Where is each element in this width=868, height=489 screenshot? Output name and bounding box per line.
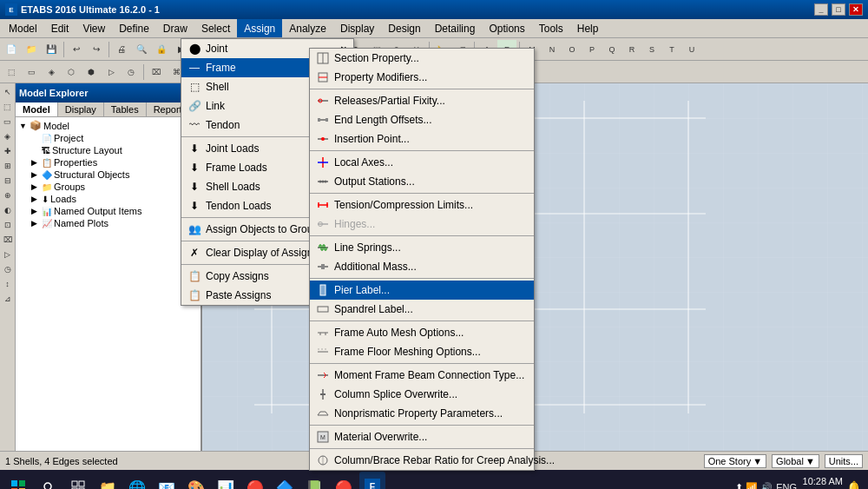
- frame-output-stations[interactable]: Output Stations...: [310, 172, 534, 191]
- tray-clock[interactable]: 10:28 AM 1/26/2019: [800, 475, 843, 489]
- t2-8[interactable]: ⌧: [147, 63, 166, 82]
- t2-2[interactable]: ▭: [22, 63, 41, 82]
- menu-tools[interactable]: Tools: [532, 19, 570, 37]
- menu-draw[interactable]: Draw: [156, 19, 194, 37]
- taskbar-app5[interactable]: 📊: [212, 472, 240, 489]
- more7[interactable]: S: [642, 40, 661, 59]
- left-15[interactable]: ⊿: [1, 292, 15, 306]
- left-7[interactable]: ⊟: [1, 174, 15, 188]
- units-dropdown[interactable]: Units...: [825, 454, 863, 468]
- taskbar-explorer[interactable]: 📁: [94, 472, 122, 489]
- menu-design[interactable]: Design: [381, 19, 427, 37]
- frame-auto-mesh[interactable]: Frame Auto Mesh Options...: [310, 323, 534, 342]
- frame-spandrel-label[interactable]: Spandrel Label...: [310, 300, 534, 319]
- frame-moment-connection[interactable]: Moment Frame Beam Connection Type...: [310, 366, 534, 385]
- global-dropdown[interactable]: Global ▼: [772, 454, 819, 468]
- taskbar-etabs-active[interactable]: E: [359, 472, 385, 489]
- more9[interactable]: U: [682, 40, 701, 59]
- frame-rebar-ratio[interactable]: Column/Brace Rebar Ratio for Creep Analy…: [310, 451, 534, 470]
- frame-floor-meshing[interactable]: Frame Floor Meshing Options...: [310, 342, 534, 361]
- tree-model-root[interactable]: ▼ 📦 Model: [17, 119, 199, 132]
- more2[interactable]: N: [542, 40, 562, 59]
- taskbar-app9[interactable]: 🔴: [330, 472, 358, 489]
- lock-button[interactable]: 🔒: [152, 40, 171, 59]
- frame-property-modifiers[interactable]: Property Modifiers...: [310, 68, 534, 87]
- tree-groups[interactable]: ▶ 📁 Groups: [30, 181, 199, 193]
- taskbar-chrome[interactable]: 🌐: [123, 472, 151, 489]
- t2-7[interactable]: ◷: [122, 63, 141, 82]
- left-2[interactable]: ⬚: [1, 100, 15, 114]
- frame-nonprismatic[interactable]: Nonprismatic Property Parameters...: [310, 404, 534, 423]
- minimize-button[interactable]: _: [814, 3, 828, 16]
- frame-material-overwrite[interactable]: M Material Overwrite...: [310, 427, 534, 446]
- frame-section-property[interactable]: Section Property...: [310, 49, 534, 68]
- notifications-icon[interactable]: 🔔: [846, 480, 861, 489]
- left-13[interactable]: ◷: [1, 262, 15, 276]
- menu-detailing[interactable]: Detailing: [428, 19, 483, 37]
- frame-pier-label[interactable]: Pier Label...: [310, 281, 534, 300]
- start-button[interactable]: [3, 472, 33, 489]
- left-1[interactable]: ↖: [1, 85, 15, 99]
- left-14[interactable]: ↕: [1, 277, 15, 291]
- frame-insertion-point[interactable]: Insertion Point...: [310, 129, 534, 149]
- story-dropdown[interactable]: One Story ▼: [704, 454, 766, 468]
- tree-loads[interactable]: ▶ ⬇ Loads: [30, 193, 199, 205]
- more5[interactable]: Q: [602, 40, 621, 59]
- menu-display[interactable]: Display: [333, 19, 381, 37]
- window-controls[interactable]: _ □ ✕: [814, 3, 863, 16]
- frame-column-splice[interactable]: Column Splice Overwrite...: [310, 385, 534, 404]
- close-button[interactable]: ✕: [849, 3, 863, 16]
- frame-local-axes[interactable]: Local Axes...: [310, 153, 534, 172]
- menu-options[interactable]: Options: [482, 19, 531, 37]
- t2-4[interactable]: ⬡: [62, 63, 81, 82]
- frame-tension-limits[interactable]: Tension/Compression Limits...: [310, 195, 534, 215]
- taskbar-app4[interactable]: 🎨: [182, 472, 210, 489]
- menu-help[interactable]: Help: [570, 19, 606, 37]
- frame-hinges[interactable]: Hinges...: [310, 215, 534, 234]
- maximize-button[interactable]: □: [832, 3, 845, 16]
- frame-releases[interactable]: Releases/Partial Fixity...: [310, 91, 534, 110]
- open-button[interactable]: 📁: [22, 40, 41, 59]
- taskbar-app7[interactable]: 🔷: [271, 472, 299, 489]
- menu-view[interactable]: View: [76, 19, 112, 37]
- left-11[interactable]: ⌧: [1, 233, 15, 247]
- left-9[interactable]: ◐: [1, 203, 15, 217]
- tab-model[interactable]: Model: [16, 102, 58, 116]
- task-view[interactable]: [64, 472, 92, 489]
- t2-5[interactable]: ⬢: [82, 63, 101, 82]
- tab-tables[interactable]: Tables: [104, 102, 147, 116]
- left-12[interactable]: ▷: [1, 248, 15, 261]
- more6[interactable]: R: [622, 40, 641, 59]
- left-8[interactable]: ⊕: [1, 188, 15, 202]
- frame-end-offsets[interactable]: End Length Offsets...: [310, 110, 534, 129]
- tree-structural-objects[interactable]: ▶ 🔷 Structural Objects: [30, 169, 199, 181]
- left-4[interactable]: ◈: [1, 129, 15, 143]
- tree-project[interactable]: 📄 Project: [30, 132, 199, 144]
- tree-structure-layout[interactable]: 🏗 Structure Layout: [30, 144, 199, 156]
- undo-button[interactable]: ↩: [67, 40, 86, 59]
- tab-display[interactable]: Display: [58, 102, 104, 116]
- left-6[interactable]: ⊞: [1, 159, 15, 173]
- menu-model[interactable]: Model: [2, 19, 44, 37]
- left-5[interactable]: ✚: [1, 144, 15, 158]
- more8[interactable]: T: [662, 40, 681, 59]
- taskbar-app6[interactable]: 🔴: [241, 472, 269, 489]
- menu-select[interactable]: Select: [194, 19, 237, 37]
- t2-1[interactable]: ⬚: [2, 63, 21, 82]
- redo-button[interactable]: ↪: [87, 40, 106, 59]
- new-button[interactable]: 📄: [2, 40, 21, 59]
- more4[interactable]: P: [582, 40, 602, 59]
- left-3[interactable]: ▭: [1, 115, 15, 129]
- menu-define[interactable]: Define: [112, 19, 156, 37]
- tree-named-plots[interactable]: ▶ 📈 Named Plots: [30, 217, 199, 229]
- print-prev[interactable]: 🔍: [132, 40, 151, 59]
- menu-assign[interactable]: Assign: [237, 19, 282, 37]
- tree-named-output[interactable]: ▶ 📊 Named Output Items: [30, 205, 199, 217]
- menu-analyze[interactable]: Analyze: [282, 19, 333, 37]
- taskbar-app8[interactable]: 📗: [300, 472, 328, 489]
- print-button[interactable]: 🖨: [112, 40, 131, 59]
- t2-3[interactable]: ◈: [42, 63, 61, 82]
- search-taskbar[interactable]: [35, 472, 62, 489]
- tree-properties[interactable]: ▶ 📋 Properties: [30, 156, 199, 169]
- frame-line-springs[interactable]: Line Springs...: [310, 238, 534, 257]
